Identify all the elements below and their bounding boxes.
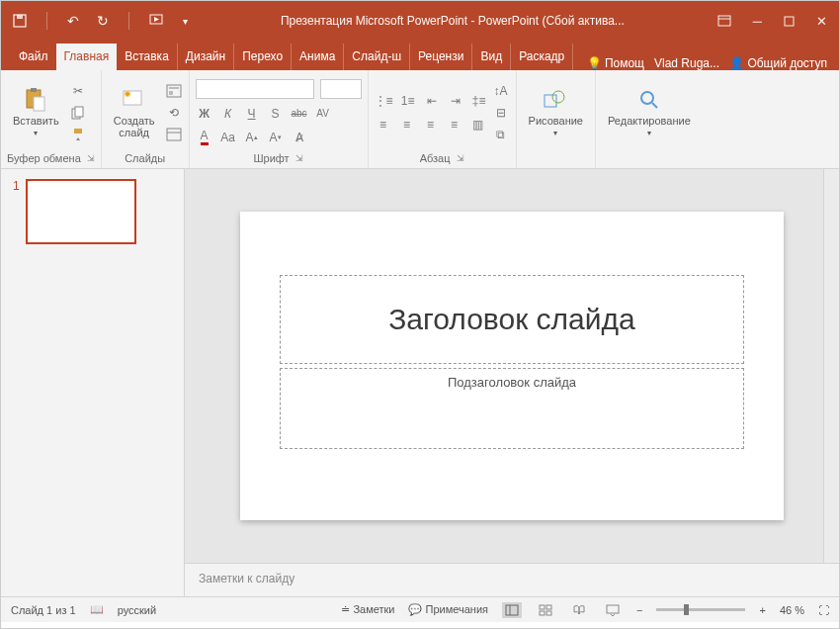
copy-icon[interactable] — [69, 104, 87, 122]
editing-button[interactable]: Редактирование ▾ — [602, 85, 697, 139]
tab-home[interactable]: Главная — [56, 44, 118, 70]
slideshow-start-icon[interactable] — [149, 14, 165, 28]
find-icon — [634, 87, 664, 113]
tab-animations[interactable]: Анима — [292, 44, 344, 70]
justify-button[interactable]: ≡ — [446, 116, 463, 134]
align-center-button[interactable]: ≡ — [398, 116, 416, 134]
shrink-font-button[interactable]: A▾ — [267, 129, 285, 146]
notes-pane[interactable]: Заметки к слайду — [185, 563, 839, 596]
window-title: Презентация Microsoft PowerPoint - Power… — [188, 14, 717, 28]
font-family-combo[interactable] — [196, 79, 314, 99]
zoom-in-button[interactable]: + — [759, 604, 765, 616]
tab-insert[interactable]: Вставка — [117, 44, 178, 70]
grow-font-button[interactable]: A▴ — [243, 129, 261, 146]
undo-icon[interactable]: ↶ — [67, 13, 79, 29]
slide[interactable]: Заголовок слайда Подзаголовок слайда — [240, 212, 784, 520]
comments-toggle[interactable]: 💬 Примечания — [408, 603, 488, 616]
align-text-button[interactable]: ⊟ — [492, 104, 510, 122]
thumbnail-image[interactable] — [26, 179, 136, 244]
svg-rect-23 — [540, 611, 545, 615]
vertical-scrollbar[interactable] — [823, 169, 839, 563]
cut-icon[interactable]: ✂ — [69, 82, 87, 100]
shadow-button[interactable]: S — [267, 105, 285, 123]
slide-counter[interactable]: Слайд 1 из 1 — [11, 604, 76, 616]
text-direction-button[interactable]: ↕A — [492, 82, 510, 100]
zoom-out-button[interactable]: − — [636, 604, 642, 616]
subtitle-placeholder[interactable]: Подзаголовок слайда — [280, 368, 744, 449]
zoom-level[interactable]: 46 % — [780, 604, 804, 616]
tab-slideshow[interactable]: Слайд-ш — [344, 44, 410, 70]
slide-thumbnail-1[interactable]: 1 — [13, 179, 172, 244]
svg-rect-15 — [169, 91, 173, 95]
bold-button[interactable]: Ж — [196, 105, 213, 123]
layout-icon[interactable] — [165, 82, 183, 100]
slideshow-view-icon[interactable] — [603, 602, 623, 618]
line-spacing-button[interactable]: ‡≡ — [470, 92, 488, 110]
save-icon[interactable] — [13, 14, 27, 28]
font-size-combo[interactable] — [320, 79, 362, 99]
zoom-slider[interactable] — [656, 608, 745, 611]
svg-rect-4 — [785, 17, 794, 26]
svg-rect-24 — [546, 611, 551, 615]
workspace: 1 Заголовок слайда Подзаголовок слайда З… — [1, 169, 839, 596]
strikethrough-button[interactable]: abc — [291, 105, 308, 123]
tab-recording[interactable]: Раскадр — [511, 44, 573, 70]
sorter-view-icon[interactable] — [536, 602, 555, 618]
font-launcher-icon[interactable]: ⇲ — [295, 153, 303, 163]
change-case-button[interactable]: Aa — [219, 129, 237, 146]
paste-button[interactable]: Вставить ▾ — [7, 85, 65, 139]
paragraph-launcher-icon[interactable]: ⇲ — [457, 153, 464, 163]
close-icon[interactable]: ✕ — [816, 14, 827, 29]
columns-button[interactable]: ▥ — [469, 116, 487, 134]
group-drawing: Рисование ▾ — [517, 70, 596, 168]
tab-file[interactable]: Файл — [11, 44, 56, 70]
spellcheck-icon[interactable]: 📖 — [90, 603, 104, 616]
share-button[interactable]: 👤 Общий доступ — [729, 56, 827, 70]
drawing-button[interactable]: Рисование ▾ — [523, 85, 589, 139]
fit-to-window-icon[interactable]: ⛶ — [818, 604, 829, 616]
group-font: Ж К Ч S abc AV A Aa A▴ A▾ A̷ Шрифт⇲ — [190, 70, 369, 168]
svg-rect-20 — [506, 605, 518, 615]
title-placeholder[interactable]: Заголовок слайда — [280, 275, 744, 364]
character-spacing-button[interactable]: AV — [314, 105, 332, 123]
svg-point-19 — [641, 92, 653, 104]
align-left-button[interactable]: ≡ — [375, 116, 392, 134]
svg-rect-16 — [167, 129, 181, 140]
decrease-indent-button[interactable]: ⇤ — [423, 92, 441, 110]
minimize-icon[interactable]: ─ — [753, 14, 762, 29]
reset-icon[interactable]: ⟲ — [165, 104, 183, 122]
svg-rect-22 — [546, 605, 551, 609]
tab-view[interactable]: Вид — [472, 44, 511, 70]
font-color-button[interactable]: A — [196, 129, 213, 146]
group-slides: Создать слайд ⟲ Слайды — [102, 70, 190, 168]
reading-view-icon[interactable] — [569, 602, 589, 618]
new-slide-button[interactable]: Создать слайд — [108, 85, 161, 140]
redo-icon[interactable]: ↻ — [97, 13, 109, 29]
clipboard-launcher-icon[interactable]: ⇲ — [87, 153, 95, 163]
smartart-button[interactable]: ⧉ — [492, 126, 510, 143]
clear-formatting-button[interactable]: A̷ — [291, 129, 308, 146]
italic-button[interactable]: К — [219, 105, 237, 123]
tell-me[interactable]: 💡 Помощ — [587, 56, 644, 70]
maximize-icon[interactable] — [784, 16, 795, 27]
ribbon-options-icon[interactable] — [717, 15, 731, 27]
format-painter-icon[interactable] — [69, 126, 87, 143]
language-indicator[interactable]: русский — [118, 604, 156, 616]
tab-transitions[interactable]: Перехо — [234, 44, 292, 70]
notes-toggle[interactable]: ≐ Заметки — [341, 603, 394, 616]
thumbnail-pane[interactable]: 1 — [1, 169, 185, 596]
ribbon-tabs: Файл Главная Вставка Дизайн Перехо Анима… — [1, 41, 839, 70]
svg-point-18 — [552, 91, 564, 103]
slide-canvas[interactable]: Заголовок слайда Подзаголовок слайда — [185, 169, 839, 563]
align-right-button[interactable]: ≡ — [422, 116, 440, 134]
section-icon[interactable] — [165, 126, 183, 143]
bullets-button[interactable]: ⋮≡ — [375, 92, 393, 110]
user-account[interactable]: Vlad Ruga... — [654, 56, 719, 70]
tab-review[interactable]: Рецензи — [410, 44, 472, 70]
underline-button[interactable]: Ч — [243, 105, 261, 123]
tab-design[interactable]: Дизайн — [178, 44, 234, 70]
numbering-button[interactable]: 1≡ — [399, 92, 417, 110]
increase-indent-button[interactable]: ⇥ — [447, 92, 464, 110]
normal-view-icon[interactable] — [502, 602, 522, 618]
quick-access-toolbar: ↶ ↻ ▾ — [13, 12, 188, 30]
